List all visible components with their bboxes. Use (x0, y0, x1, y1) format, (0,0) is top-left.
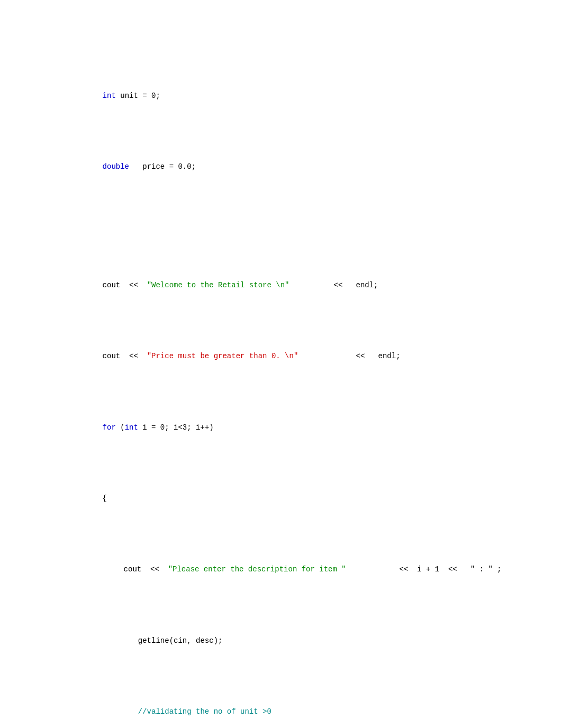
code-editor: int unit = 0; double price = 0.0; cout <… (85, 42, 562, 728)
code-line-1: int unit = 0; (85, 78, 562, 113)
code-text: price = 0.0; (129, 162, 196, 171)
code-str1: "Welcome to the Retail store \n" (147, 281, 289, 289)
code-for-rest: i = 0; i<3; i++) (138, 423, 214, 432)
code-cout3: cout (124, 565, 142, 574)
code-line-8: getline(cin, desc); (85, 623, 562, 658)
code-for-paren1: ( (116, 423, 125, 432)
code-rest1: << endl; (289, 281, 378, 289)
code-comment: //validating the no of unit >0 (103, 707, 271, 716)
open-brace-1: { (103, 494, 107, 503)
code-line-9: //validating the no of unit >0 (85, 694, 562, 728)
code-str3: "Please enter the description for item " (168, 565, 346, 574)
code-rest3: << i + 1 << " : " ; (346, 565, 502, 574)
code-line-7: cout << "Please enter the description fo… (85, 552, 562, 587)
code-line-blank (85, 220, 562, 232)
code-rest2: << endl; (298, 352, 400, 360)
code-op3: << (141, 565, 168, 574)
code-str-red: "Price must be greater than 0. \n" (147, 352, 298, 360)
code-text: unit = 0; (116, 92, 160, 100)
code-op2: << (120, 352, 147, 360)
code-line-5: for (int i = 0; i<3; i++) (85, 410, 562, 445)
code-cout1: cout (103, 281, 121, 289)
keyword-for: for (103, 423, 116, 432)
code-line-6: { (85, 480, 562, 516)
code-line-4: cout << "Price must be greater than 0. \… (85, 339, 562, 374)
keyword-int: int (103, 92, 116, 100)
code-line-2: double price = 0.0; (85, 149, 562, 185)
keyword-int2: int (125, 423, 138, 432)
code-op1: << (120, 281, 147, 289)
code-cout2: cout (103, 352, 121, 360)
code-line-3: cout << "Welcome to the Retail store \n"… (85, 267, 562, 303)
code-getline: getline(cin, desc); (103, 636, 223, 645)
keyword-double: double (103, 162, 129, 171)
